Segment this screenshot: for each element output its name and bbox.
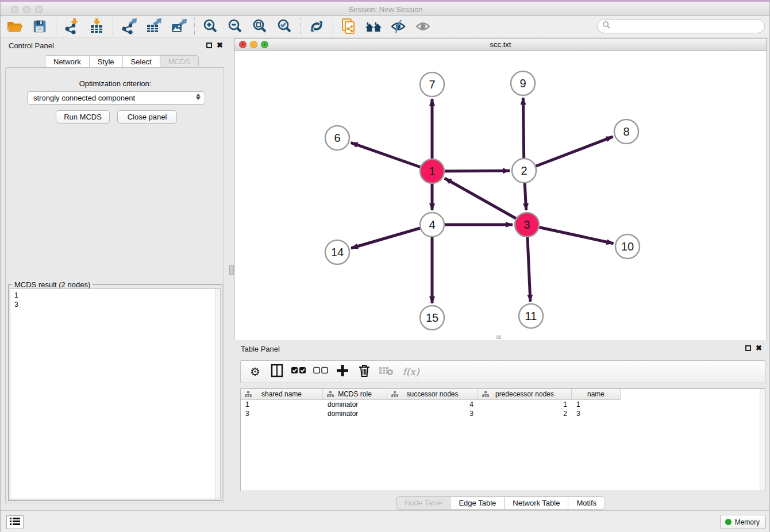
memory-label: Memory	[735, 518, 760, 526]
refresh-button[interactable]	[307, 17, 326, 36]
graph-node-label-15: 15	[426, 311, 438, 324]
toolbar-separator	[301, 18, 301, 35]
delete-table-button[interactable]	[378, 364, 395, 380]
task-history-button[interactable]	[6, 515, 24, 529]
delete-column-button[interactable]	[356, 364, 373, 380]
export-image-button[interactable]	[168, 17, 188, 36]
export-image-icon	[170, 18, 187, 35]
graph-node-label-2: 2	[521, 164, 527, 177]
add-column-button[interactable]	[334, 364, 351, 380]
tab-node-table[interactable]: Node Table	[396, 496, 451, 510]
tab-network-table[interactable]: Network Table	[504, 496, 568, 510]
tab-edge-table[interactable]: Edge Table	[450, 496, 504, 510]
toolbar-separator	[113, 18, 113, 35]
column-header-predecessor-nodes[interactable]: predecessor nodes	[478, 389, 572, 400]
table-row[interactable]: 1dominator411	[241, 400, 765, 409]
table-header: shared nameMCDS rolesuccessor nodesprede…	[241, 389, 765, 400]
mcds-result-text[interactable]: 13	[10, 288, 221, 499]
graph-edge-1-6[interactable]	[351, 142, 432, 171]
search-field[interactable]	[597, 19, 765, 33]
column-header-shared-name[interactable]: shared name	[241, 389, 323, 400]
control-panel-title: Control Panel	[9, 41, 54, 50]
tab-mcds[interactable]: MCDS	[160, 55, 199, 68]
clone-network-button[interactable]	[339, 17, 359, 36]
tab-style[interactable]: Style	[89, 55, 122, 68]
close-panel-icon[interactable]: ✖	[756, 345, 762, 351]
memory-status-icon	[725, 519, 732, 525]
mcds-result-line: 3	[14, 300, 220, 309]
function-builder-button[interactable]: f(x)	[399, 364, 422, 380]
graph-node-label-8: 8	[623, 125, 629, 138]
hide-details-button[interactable]	[388, 17, 408, 36]
show-details-button[interactable]	[413, 17, 433, 36]
home-layout-button[interactable]	[364, 17, 383, 36]
list-icon	[10, 517, 20, 527]
close-view-button[interactable]: ✕	[239, 41, 247, 48]
mcds-result-group: MCDS result (2 nodes) 13	[8, 284, 222, 501]
search-input[interactable]	[611, 21, 764, 32]
select-stepper-icon	[196, 94, 201, 100]
close-panel-button[interactable]: Close panel	[117, 110, 177, 124]
select-all-button[interactable]	[290, 364, 307, 380]
window-resize-handle[interactable]	[496, 336, 501, 339]
table-cell[interactable]: 4	[387, 400, 478, 409]
scrollbar[interactable]	[760, 389, 765, 491]
export-network-button[interactable]	[119, 17, 138, 36]
table-cell[interactable]: 1	[241, 400, 323, 409]
save-session-button[interactable]	[30, 17, 49, 36]
table-cell[interactable]: 1	[572, 400, 621, 409]
scrollbar[interactable]	[215, 289, 220, 499]
network-canvas[interactable]: 1234678910111415	[234, 51, 767, 340]
graph-node-label-9: 9	[519, 77, 526, 90]
zoom-out-button[interactable]	[225, 17, 245, 36]
toolbar-separator	[194, 18, 195, 35]
run-mcds-button[interactable]: Run MCDS	[56, 110, 110, 124]
tab-network[interactable]: Network	[45, 55, 89, 68]
open-session-button[interactable]	[5, 17, 25, 36]
zoom-fit-button[interactable]	[250, 17, 270, 36]
table-settings-button[interactable]: ⚙	[247, 364, 264, 380]
table-cell[interactable]: 3	[387, 409, 478, 418]
memory-button[interactable]: Memory	[720, 515, 766, 529]
float-panel-icon[interactable]	[206, 43, 212, 48]
tab-select[interactable]: Select	[122, 55, 160, 68]
float-panel-icon[interactable]	[745, 345, 751, 351]
column-header-name[interactable]: name	[572, 389, 621, 400]
panel-splitter-handle[interactable]	[229, 265, 234, 275]
optimization-criterion-label: Optimization criterion:	[6, 79, 225, 88]
zoom-selected-button[interactable]	[275, 17, 294, 36]
column-type-icon	[482, 391, 489, 399]
zoom-fit-icon	[251, 18, 268, 35]
table-row[interactable]: 3dominator323	[241, 409, 765, 418]
table-cell[interactable]: dominator	[323, 400, 387, 409]
table-cell[interactable]: 2	[478, 409, 572, 418]
graph-edge-2-8[interactable]	[524, 137, 613, 171]
table-cell[interactable]: 3	[572, 409, 621, 418]
header-filler	[621, 389, 765, 400]
maximize-view-button[interactable]: +	[261, 41, 268, 48]
import-table-button[interactable]	[87, 17, 106, 36]
optimization-criterion-select[interactable]: strongly connected component	[27, 91, 205, 105]
close-panel-icon[interactable]: ✖	[217, 43, 223, 48]
network-view-window: scc.txt ✕ – + 1234678910111415	[234, 38, 767, 340]
plus-icon	[336, 364, 349, 379]
table-panel-controls: ✖	[745, 345, 762, 351]
column-header-MCDS-role[interactable]: MCDS role	[323, 389, 387, 400]
zoom-in-button[interactable]	[201, 17, 220, 36]
table-cell[interactable]: 3	[241, 409, 323, 418]
tab-motifs[interactable]: Motifs	[568, 496, 605, 510]
table-cell[interactable]: 1	[478, 400, 572, 409]
import-network-button[interactable]	[62, 17, 82, 36]
deselect-all-button[interactable]	[312, 364, 329, 380]
control-panel-tabs: NetworkStyleSelectMCDS	[45, 55, 199, 68]
toggle-column-view-button[interactable]	[268, 364, 286, 380]
export-table-button[interactable]	[144, 17, 163, 36]
graph-edge-3-1[interactable]	[445, 178, 527, 225]
search-icon	[602, 21, 611, 32]
minimize-view-button[interactable]: –	[250, 41, 257, 48]
table-panel-title: Table Panel	[241, 345, 280, 353]
column-header-successor-nodes[interactable]: successor nodes	[387, 389, 478, 400]
graph-node-label-7: 7	[429, 78, 435, 91]
table-cell[interactable]: dominator	[323, 409, 387, 418]
graph-edge-3-10[interactable]	[527, 225, 614, 244]
